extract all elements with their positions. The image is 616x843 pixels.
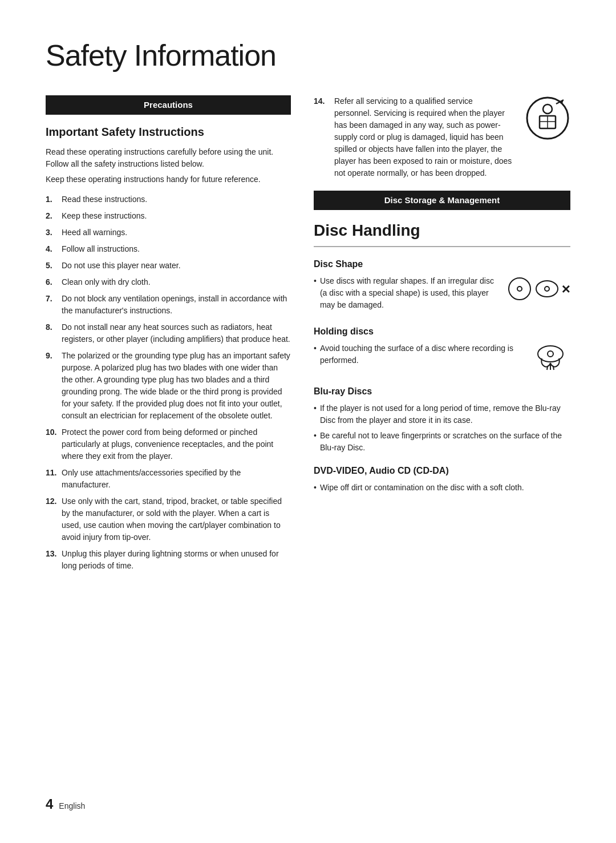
list-item: If the player is not used for a long per…	[314, 402, 570, 426]
list-item: 5. Do not use this player near water.	[46, 260, 291, 272]
holding-discs-title: Holding discs	[314, 325, 570, 338]
list-item: Use discs with regular shapes. If an irr…	[314, 275, 501, 311]
bluray-section: Blu-ray Discs If the player is not used …	[314, 385, 570, 454]
language-label: English	[59, 800, 85, 812]
item-number: 7.	[46, 293, 58, 317]
svg-point-8	[517, 287, 522, 291]
item-14-text: Refer all servicing to a qualified servi…	[334, 96, 512, 178]
item-number: 2.	[46, 210, 58, 222]
dvd-audio-title: DVD-VIDEO, Audio CD (CD-DA)	[314, 464, 570, 477]
list-item: Wipe off dirt or contamination on the di…	[314, 482, 570, 494]
item-text: Unplug this player during lightning stor…	[62, 548, 291, 572]
item-number: 10.	[46, 426, 58, 462]
list-item: 8. Do not install near any heat sources …	[46, 321, 291, 345]
bluray-bullets: If the player is not used for a long per…	[314, 402, 570, 454]
bullet-text: Be careful not to leave fingerprints or …	[320, 430, 570, 454]
item-number: 3.	[46, 227, 58, 239]
list-item: 11. Only use attachments/accessories spe…	[46, 467, 291, 491]
item-text: Use only with the cart, stand, tripod, b…	[62, 495, 291, 543]
disc-shape-text: Use discs with regular shapes. If an irr…	[314, 275, 501, 314]
intro-paragraph-1: Read these operating instructions carefu…	[46, 146, 291, 170]
safety-instructions-list: 1. Read these instructions. 2. Keep thes…	[46, 193, 291, 572]
cross-icon: ×	[562, 281, 570, 296]
holding-discs-text: Avoid touching the surface of a disc whe…	[314, 342, 525, 370]
left-column: Precautions Important Safety Instruction…	[46, 95, 291, 576]
page-number: 4	[46, 794, 53, 814]
item-number: 11.	[46, 467, 58, 491]
item-text: Keep these instructions.	[62, 210, 147, 222]
regular-disc-icon	[507, 276, 532, 301]
item-number: 6.	[46, 276, 58, 288]
item-number: 13.	[46, 548, 58, 572]
two-column-layout: Precautions Important Safety Instruction…	[46, 95, 570, 576]
item-number: 14.	[314, 95, 326, 179]
item-number: 12.	[46, 495, 58, 543]
important-safety-title: Important Safety Instructions	[46, 124, 291, 140]
list-item: Avoid touching the surface of a disc whe…	[314, 342, 525, 366]
dvd-audio-section: DVD-VIDEO, Audio CD (CD-DA) Wipe off dir…	[314, 464, 570, 494]
item-14-text-block: Refer all servicing to a qualified servi…	[334, 95, 512, 179]
list-item: 2. Keep these instructions.	[46, 210, 291, 222]
svg-point-1	[543, 104, 552, 114]
item-text: Read these instructions.	[62, 193, 147, 205]
bluray-title: Blu-ray Discs	[314, 385, 570, 398]
bullet-text: Use discs with regular shapes. If an irr…	[320, 275, 501, 311]
svg-point-9	[536, 281, 558, 297]
disc-shape-icons: ×	[507, 276, 570, 301]
precautions-header: Precautions	[46, 95, 291, 115]
item-text: Protect the power cord from being deform…	[62, 426, 291, 462]
service-personnel-icon	[525, 95, 570, 141]
bullet-text: Wipe off dirt or contamination on the di…	[320, 482, 524, 494]
item-text: Heed all warnings.	[62, 227, 127, 239]
item-text: Follow all instructions.	[62, 243, 140, 255]
svg-line-13	[547, 366, 548, 370]
list-item: 4. Follow all instructions.	[46, 243, 291, 255]
item-number: 1.	[46, 193, 58, 205]
list-item: 10. Protect the power cord from being de…	[46, 426, 291, 462]
item-14: 14. Refer all servicing to a qualified s…	[314, 95, 570, 179]
list-item: 1. Read these instructions.	[46, 193, 291, 205]
disc-shape-title: Disc Shape	[314, 257, 570, 271]
list-item: 7. Do not block any ventilation openings…	[46, 293, 291, 317]
holding-discs-section: Holding discs Avoid touching the surface…	[314, 325, 570, 374]
item-text: Do not install near any heat sources suc…	[62, 321, 291, 345]
item-text: The polarized or the grounding type plug…	[62, 350, 291, 422]
bullet-text: If the player is not used for a long per…	[320, 402, 570, 426]
item-text: Clean only with dry cloth.	[62, 276, 151, 288]
svg-point-10	[545, 287, 549, 291]
irregular-disc-icon	[534, 276, 560, 301]
holding-disc-icon	[530, 344, 570, 374]
list-item: 12. Use only with the cart, stand, tripo…	[46, 495, 291, 543]
disc-handling-title: Disc Handling	[314, 219, 570, 247]
svg-line-15	[553, 366, 554, 370]
svg-point-12	[548, 351, 553, 357]
holding-discs-row: Avoid touching the surface of a disc whe…	[314, 342, 570, 374]
footer: 4 English	[46, 794, 85, 814]
disc-shape-bullets: Use discs with regular shapes. If an irr…	[314, 275, 501, 311]
disc-handling-section: Disc Handling Disc Shape Use discs with …	[314, 219, 570, 494]
list-item: Be careful not to leave fingerprints or …	[314, 430, 570, 454]
item-text: Do not block any ventilation openings, i…	[62, 293, 291, 317]
item-number: 5.	[46, 260, 58, 272]
disc-storage-header: Disc Storage & Management	[314, 191, 570, 210]
svg-point-7	[509, 278, 530, 300]
item-number: 9.	[46, 350, 58, 422]
item-number: 4.	[46, 243, 58, 255]
list-item: 3. Heed all warnings.	[46, 227, 291, 239]
list-item: 9. The polarized or the grounding type p…	[46, 350, 291, 422]
right-column: 14. Refer all servicing to a qualified s…	[314, 95, 570, 576]
disc-shape-section: Disc Shape Use discs with regular shapes…	[314, 257, 570, 314]
item-text: Do not use this player near water.	[62, 260, 181, 272]
page: Safety Information Precautions Important…	[0, 0, 616, 843]
bullet-text: Avoid touching the surface of a disc whe…	[320, 342, 525, 366]
item-number: 8.	[46, 321, 58, 345]
holding-discs-bullets: Avoid touching the surface of a disc whe…	[314, 342, 525, 366]
page-title: Safety Information	[46, 34, 570, 77]
dvd-audio-bullets: Wipe off dirt or contamination on the di…	[314, 482, 570, 494]
item-text: Only use attachments/accessories specifi…	[62, 467, 291, 491]
list-item: 13. Unplug this player during lightning …	[46, 548, 291, 572]
disc-shape-row: Use discs with regular shapes. If an irr…	[314, 275, 570, 314]
intro-paragraph-2: Keep these operating instructions handy …	[46, 174, 291, 185]
list-item: 6. Clean only with dry cloth.	[46, 276, 291, 288]
